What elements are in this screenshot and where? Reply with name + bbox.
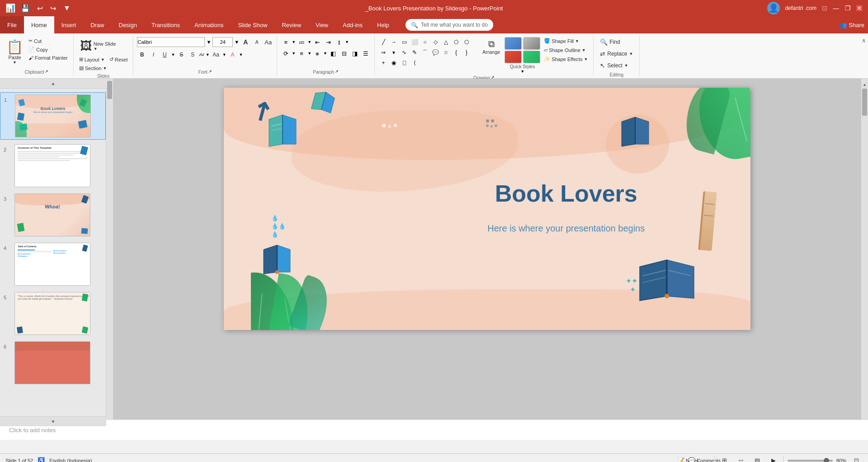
slide-panel-scroll-thumb[interactable] [107,81,112,99]
paste-button[interactable]: 📋 Paste ▼ [4,37,26,66]
shape-action[interactable]: ◉ [389,58,399,68]
zoom-fit-button[interactable]: ⊡ [850,456,863,462]
font-size-dropdown[interactable]: ▼ [234,39,239,45]
zoom-slider-track[interactable] [788,460,833,462]
columns-dropdown[interactable]: ▼ [345,40,349,44]
shape-arc[interactable]: ⌒ [420,47,430,57]
tab-transitions[interactable]: Transitions [144,16,187,33]
select-button[interactable]: ↖ Select ▼ [597,61,636,71]
tab-animations[interactable]: Animations [187,16,231,33]
shape-triangle[interactable]: △ [441,37,451,47]
slide-thumbnail-3[interactable]: 3 Whoa! [0,192,106,238]
shape-arrow[interactable]: → [389,37,399,47]
font-family-select[interactable] [137,37,205,47]
text-shadow-button[interactable]: S [188,50,198,60]
slide-sorter-button[interactable]: ⚏ [735,456,747,462]
shape-rounded-rect[interactable]: ⬜ [410,37,420,47]
shape-circle[interactable]: ○ [420,37,430,47]
shape-diamond[interactable]: ◇ [430,37,440,47]
format-painter-button[interactable]: 🖌 Format Painter [27,54,70,61]
font-size-input[interactable] [212,37,233,47]
shapes-more[interactable]: ▼ [389,47,399,57]
font-decrease-button[interactable]: A [252,37,262,47]
redo-button[interactable]: ↪ [48,3,58,14]
font-family-dropdown[interactable]: ▼ [206,39,211,45]
normal-view-button[interactable]: ⊞ [718,456,731,462]
italic-button[interactable]: I [148,50,158,60]
slide-thumbnail-2[interactable]: 2 Contents of This Template [0,142,106,189]
text-direction-button[interactable]: ⟳ [281,48,291,58]
user-avatar[interactable]: 👤 [767,2,780,14]
text-direction-dropdown[interactable]: ▼ [292,51,296,56]
undo-button[interactable]: ↩ [35,3,45,14]
layout-button[interactable]: ⊞ Layout ▼ [77,56,107,63]
save-button[interactable]: 💾 [19,3,32,14]
qs-swatch-1[interactable] [505,37,522,50]
slide-thumbnail-1[interactable]: 1 Book Lovers Here is where your present… [0,92,106,140]
replace-button[interactable]: ⇄ Replace ▼ [597,49,636,59]
shape-rect[interactable]: ▭ [399,37,409,47]
accessibility-icon[interactable]: ♿ [38,457,45,462]
tab-view[interactable]: View [308,16,335,33]
slide-scroll-up-button[interactable]: ▲ [0,79,106,89]
bullets-dropdown[interactable]: ▼ [292,40,296,44]
language[interactable]: English (Indonesia) [49,458,92,462]
arrange-button[interactable]: ⧉ Arrange [480,37,503,57]
justify-button[interactable]: ☰ [361,48,371,58]
minimize-button[interactable]: — [833,5,839,11]
tab-draw[interactable]: Draw [83,16,111,33]
copy-button[interactable]: 📄 Copy [27,46,70,53]
font-expand-icon[interactable]: ↗ [208,69,212,74]
tab-review[interactable]: Review [274,16,308,33]
paragraph-expand-icon[interactable]: ↗ [335,69,339,74]
bullets-button[interactable]: ≡ [281,37,291,47]
slideshow-button[interactable]: ▶ [767,456,780,462]
font-color-button[interactable]: A [228,50,238,60]
shape-outline-button[interactable]: ▱ Shape Outline ▼ [542,46,590,54]
reset-button[interactable]: ↺ Reset [108,56,130,63]
canvas-vscroll[interactable]: ▲ ▼ [861,79,868,426]
comments-button[interactable]: 💬 Comments [698,456,711,462]
shape-bracket[interactable]: { [451,47,461,57]
shape-star[interactable]: ☆ [441,47,451,57]
shape-arrow2[interactable]: ⇒ [378,47,388,57]
clipboard-expand-icon[interactable]: ↗ [45,69,48,74]
vscroll-up-icon[interactable]: ▲ [863,82,867,87]
share-button[interactable]: 👥 Share [836,20,868,30]
zoom-level[interactable]: 80% [836,458,846,462]
shape-curve[interactable]: ∿ [399,47,409,57]
char-spacing-dropdown[interactable]: ▼ [206,52,210,57]
align-left-button[interactable]: ◧ [328,48,338,58]
change-case-button[interactable]: Aa [211,50,221,60]
notes-placeholder[interactable]: Click to add notes [9,427,56,434]
align-right-button[interactable]: ◨ [350,48,360,58]
change-case-dropdown[interactable]: ▼ [222,52,226,57]
vscroll-thumb[interactable] [862,89,867,116]
shape-pentagon[interactable]: ⬠ [451,37,461,47]
font-increase-button[interactable]: A [241,37,250,47]
strikethrough-button[interactable]: S [176,50,186,60]
numbering-dropdown[interactable]: ▼ [307,40,311,44]
char-spacing-button[interactable]: AV [199,52,204,57]
tab-help[interactable]: Help [370,16,396,33]
slide-scroll-down-button[interactable]: ▼ [0,416,106,426]
slide-thumbnail-6[interactable]: 6 [0,339,106,386]
smartart-button[interactable]: ⎈ [312,48,322,58]
shape-effects-button[interactable]: ✨ Shape Effects ▼ [542,55,590,63]
qs-swatch-4[interactable] [523,51,540,63]
shape-freeform[interactable]: ✎ [410,47,420,57]
center-button[interactable]: ⊟ [339,48,349,58]
tab-addins[interactable]: Add-ins [335,16,370,33]
quick-styles-dropdown[interactable]: ▼ [520,69,524,74]
shape-textbox[interactable]: ⎕ [399,58,409,68]
shape-line[interactable]: ╱ [378,37,388,47]
slide-thumbnail-4[interactable]: 4 Table of Contents 01 Introduction 03 A… [0,241,106,288]
close-button[interactable]: ✕ [856,5,863,11]
shape-brace[interactable]: } [462,47,472,57]
collapse-ribbon-button[interactable]: ∧ [862,37,866,44]
smartart-dropdown[interactable]: ▼ [323,51,327,56]
tab-insert[interactable]: Insert [54,16,84,33]
qs-swatch-3[interactable] [505,51,522,63]
tab-slideshow[interactable]: Slide Show [231,16,274,33]
customize-qat-button[interactable]: ▼ [61,3,72,13]
